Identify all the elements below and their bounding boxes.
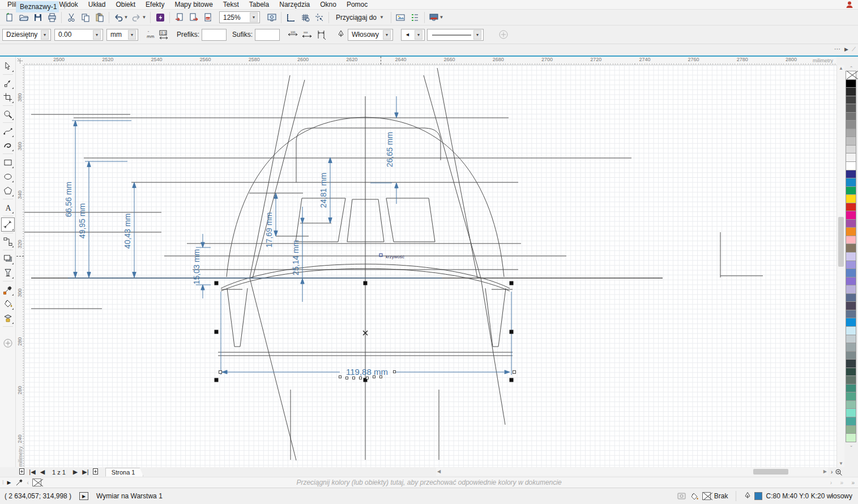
prefix-input[interactable]: [202, 29, 227, 41]
launcher-button[interactable]: [153, 11, 167, 24]
fill-bucket-icon[interactable]: [690, 492, 699, 501]
import-button[interactable]: [172, 11, 186, 24]
palette-color-swatch[interactable]: [846, 211, 856, 220]
horizontal-ruler[interactable]: milimetry 250025202540256025802600262026…: [24, 57, 836, 65]
new-document-button[interactable]: [2, 11, 16, 24]
ruler-origin-icon[interactable]: [16, 57, 24, 65]
outline-width-select[interactable]: Włosowy▾: [348, 29, 393, 41]
options-list-button[interactable]: [408, 11, 422, 24]
scroll-up-icon[interactable]: ▲: [837, 65, 845, 72]
vertical-scrollbar-thumb[interactable]: [838, 217, 844, 267]
dock-expand-icon[interactable]: »: [840, 480, 843, 486]
prev-page-button[interactable]: ◀: [37, 468, 48, 476]
show-grid-button[interactable]: [298, 11, 312, 24]
palette-color-swatch[interactable]: [846, 79, 856, 88]
palette-color-swatch[interactable]: [846, 417, 856, 426]
menu-pomoc[interactable]: Pomoc: [342, 0, 373, 9]
dimension-lines[interactable]: [68, 96, 511, 375]
palette-color-swatch[interactable]: [846, 400, 856, 409]
palette-color-swatch[interactable]: [846, 335, 856, 344]
document-tab[interactable]: Beznazwy-1: [16, 1, 59, 12]
first-page-button[interactable]: |◀: [27, 468, 37, 476]
palette-color-swatch[interactable]: [846, 236, 856, 245]
new-document-tab-button[interactable]: +: [60, 2, 69, 11]
palette-scroll-down-icon[interactable]: ⌄: [844, 442, 858, 449]
suffix-input[interactable]: [255, 29, 280, 41]
crop-tool[interactable]: [1, 90, 15, 104]
palette-color-swatch[interactable]: [846, 384, 856, 393]
palette-color-swatch[interactable]: [846, 244, 856, 253]
open-button[interactable]: [16, 11, 31, 24]
undo-button[interactable]: ▼: [112, 11, 130, 24]
palette-color-swatch[interactable]: [846, 301, 856, 310]
show-units-toggle[interactable]: mm": [143, 28, 157, 41]
menu-tekst[interactable]: Tekst: [218, 0, 244, 9]
palette-color-swatch[interactable]: [846, 227, 856, 236]
dynamic-dimensioning-button[interactable]: 100: [285, 28, 300, 41]
zoom-tool-corner-icon[interactable]: [835, 468, 843, 476]
palette-options-icon[interactable]: »: [851, 480, 855, 486]
connector-tool[interactable]: [1, 234, 15, 249]
palette-color-swatch[interactable]: [846, 161, 856, 170]
fill-none-swatch[interactable]: [702, 492, 711, 500]
status-play-button[interactable]: ▶: [79, 492, 88, 500]
preview-selected-button[interactable]: [394, 11, 408, 24]
vertical-scrollbar[interactable]: ▲ ▼: [836, 65, 844, 467]
smart-fill-tool[interactable]: [1, 311, 15, 325]
add-tool-tool[interactable]: [1, 336, 15, 350]
scroll-right-icon[interactable]: ▶: [823, 469, 827, 474]
palette-color-swatch[interactable]: [846, 112, 856, 121]
docked-tabs-menu-icon[interactable]: ⋯: [834, 45, 841, 53]
pen-flyout-icon[interactable]: ⟋: [852, 46, 856, 53]
cut-button[interactable]: [64, 11, 78, 24]
palette-color-swatch[interactable]: [846, 375, 856, 385]
ellipse-tool[interactable]: [1, 169, 15, 183]
palette-color-swatch[interactable]: [846, 392, 856, 401]
show-rulers-button[interactable]: [284, 11, 298, 24]
palette-color-swatch[interactable]: [846, 293, 856, 302]
palette-color-swatch[interactable]: [846, 433, 856, 442]
palette-color-swatch[interactable]: [846, 145, 856, 154]
print-button[interactable]: [45, 11, 59, 24]
palette-color-swatch[interactable]: [846, 252, 856, 261]
horizontal-scrollbar[interactable]: ◀ ▶: [436, 468, 828, 476]
zoom-tool[interactable]: [1, 107, 15, 121]
menu-tabela[interactable]: Tabela: [244, 0, 274, 9]
add-page-button[interactable]: [17, 468, 27, 476]
palette-color-swatch[interactable]: [846, 425, 856, 434]
artistic-media-tool[interactable]: [1, 138, 15, 152]
horizontal-scrollbar-thumb[interactable]: [753, 469, 788, 475]
palette-color-swatch[interactable]: [846, 186, 856, 195]
full-screen-preview-button[interactable]: [264, 11, 279, 24]
dimension-arrows-button[interactable]: xxx: [300, 28, 314, 41]
export-button[interactable]: [186, 11, 200, 24]
palette-color-swatch[interactable]: [846, 170, 856, 179]
palette-color-swatch[interactable]: [846, 104, 856, 113]
palette-color-swatch[interactable]: [846, 285, 856, 294]
dock-right-icon[interactable]: ›: [830, 480, 832, 486]
text-tool[interactable]: A: [1, 200, 15, 215]
add-page-button-2[interactable]: [91, 468, 101, 476]
dimension-units-select[interactable]: mm▾: [106, 29, 138, 41]
zoom-level-select[interactable]: 125%▾: [219, 11, 260, 23]
dimension-text-position-button[interactable]: 0.1: [157, 28, 171, 41]
dimension-style-select[interactable]: Dziesiętny▾: [2, 29, 51, 41]
palette-color-swatch[interactable]: [846, 310, 856, 319]
palette-color-swatch[interactable]: [846, 120, 856, 129]
palette-color-swatch[interactable]: [846, 343, 856, 352]
palette-color-swatch[interactable]: [846, 408, 856, 417]
scroll-left-icon[interactable]: ◀: [437, 469, 441, 474]
palette-color-swatch[interactable]: [846, 136, 856, 146]
palette-color-swatch[interactable]: [846, 260, 856, 270]
next-page-button[interactable]: ▶: [70, 468, 80, 476]
pick-tool[interactable]: [1, 59, 15, 73]
palette-color-swatch[interactable]: [846, 277, 856, 286]
paste-button[interactable]: [92, 11, 106, 24]
palette-color-swatch[interactable]: [846, 87, 856, 96]
dimension-tool[interactable]: [1, 217, 15, 232]
extension-lines-button[interactable]: [314, 28, 328, 41]
palette-color-swatch[interactable]: [846, 351, 856, 360]
transparency-tool[interactable]: [1, 266, 15, 280]
drop-shadow-tool[interactable]: [1, 251, 15, 266]
polygon-tool[interactable]: [1, 183, 15, 198]
